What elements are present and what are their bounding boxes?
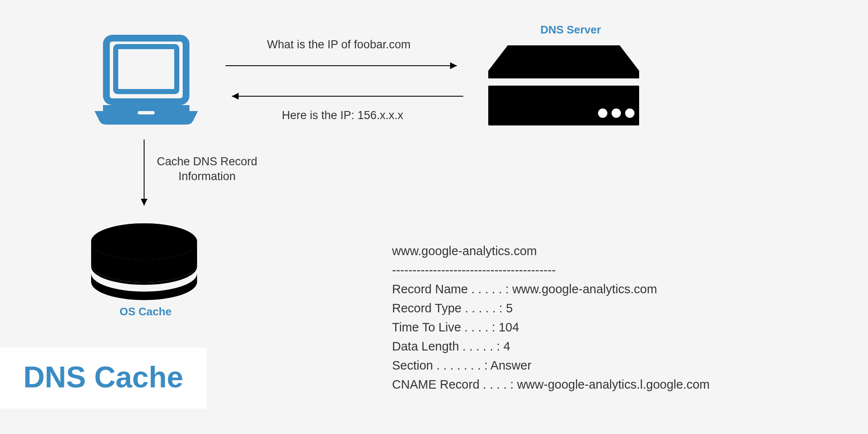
svg-point-12 (91, 223, 197, 260)
svg-point-7 (625, 108, 634, 118)
response-label: Here is the IP: 156.x.x.x (282, 109, 403, 122)
record-cname-line: CNAME Record . . . . : www-google-analyt… (392, 375, 709, 394)
cache-label: Cache DNS Record Information (157, 154, 257, 184)
server-icon (483, 40, 644, 131)
disk-icon (87, 223, 201, 303)
record-ttl-line: Time To Live . . . . : 104 (392, 318, 709, 337)
svg-rect-4 (488, 86, 639, 125)
cache-label-line1: Cache DNS Record (157, 154, 257, 169)
svg-point-5 (598, 108, 607, 118)
arrow-request (225, 59, 464, 72)
diagram-title: DNS Cache (23, 360, 183, 394)
title-box: DNS Cache (0, 348, 206, 409)
svg-point-6 (612, 108, 621, 118)
record-name-line: Record Name . . . . . : www.google-analy… (392, 280, 709, 299)
record-separator: ---------------------------------------- (392, 261, 709, 280)
dns-record-block: www.google-analytics.com ---------------… (392, 242, 709, 394)
record-type-line: Record Type . . . . . : 5 (392, 299, 709, 318)
record-section-line: Section . . . . . . . : Answer (392, 356, 709, 375)
arrow-cache (138, 139, 150, 213)
laptop-icon (91, 34, 201, 131)
cache-label-line2: Information (157, 169, 257, 184)
os-cache-label: OS Cache (120, 305, 172, 318)
request-label: What is the IP of foobar.com (267, 38, 411, 51)
svg-rect-3 (138, 111, 155, 114)
svg-rect-1 (116, 47, 177, 92)
dns-server-label: DNS Server (540, 23, 601, 36)
record-datalen-line: Data Length . . . . . : 4 (392, 337, 709, 356)
record-host: www.google-analytics.com (392, 242, 709, 261)
arrow-response (225, 90, 464, 103)
